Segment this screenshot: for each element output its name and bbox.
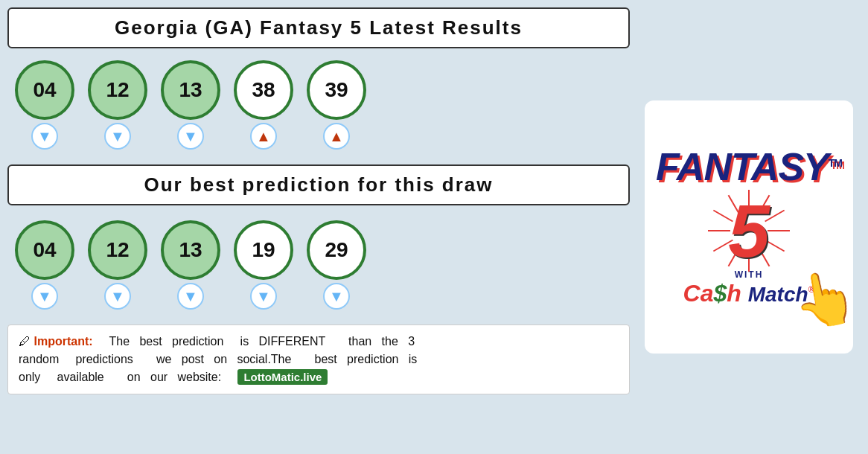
pred-ball-col-5: 29 ▼ xyxy=(307,220,366,310)
ball-39-result: 39 xyxy=(307,60,366,120)
logo-area: FANTASYTM xyxy=(645,100,853,354)
notice-text-3: only available on our website: xyxy=(19,371,234,383)
latest-results-section: 04 ▼ 12 ▼ 13 ▼ 38 ▲ xyxy=(7,54,630,156)
pred-ball-29: 29 xyxy=(307,220,366,280)
down-arrow-icon: ▼ xyxy=(110,128,125,145)
dollar-text: $ xyxy=(713,280,727,307)
ball-col-4: 38 ▲ xyxy=(234,60,293,150)
main-container: Georgia (GA) Fantasy 5 Latest Results 04… xyxy=(0,0,868,454)
down-arrow-icon: ▼ xyxy=(37,128,52,145)
ball-col-1: 04 ▼ xyxy=(15,60,74,150)
down-arrow-icon: ▼ xyxy=(110,288,125,305)
cursor-icon: 👆 xyxy=(788,263,853,335)
website-link[interactable]: LottoMatic.live xyxy=(237,369,328,385)
pred-arrow-12: ▼ xyxy=(104,283,131,310)
pred-arrow-19: ▼ xyxy=(250,283,277,310)
arrow-12-result: ▼ xyxy=(104,123,131,150)
ca-text: Ca xyxy=(683,280,714,307)
right-panel: FANTASYTM xyxy=(637,7,861,447)
results-title: Georgia (GA) Fantasy 5 Latest Results xyxy=(7,7,630,48)
latest-results-balls-row: 04 ▼ 12 ▼ 13 ▼ 38 ▲ xyxy=(15,60,366,150)
down-arrow-icon: ▼ xyxy=(256,288,271,305)
pred-ball-13: 13 xyxy=(161,220,220,280)
pred-ball-col-1: 04 ▼ xyxy=(15,220,74,310)
tm-text: TM xyxy=(829,156,842,168)
notice-icon: 🖊 xyxy=(19,335,33,348)
h-match-text: h xyxy=(727,280,741,307)
ball-13-result: 13 xyxy=(161,60,220,120)
ball-38-result: 38 xyxy=(234,60,293,120)
fantasy-text: FANTASY xyxy=(656,145,829,188)
down-arrow-icon: ▼ xyxy=(183,128,198,145)
pred-arrow-13: ▼ xyxy=(177,283,204,310)
pred-ball-col-2: 12 ▼ xyxy=(88,220,147,310)
ball-col-5: 39 ▲ xyxy=(307,60,366,150)
notice-text: The best prediction is DIFFERENT than th… xyxy=(96,335,415,348)
five-rays-container: 5 xyxy=(693,186,805,275)
ball-04-result: 04 xyxy=(15,60,74,120)
important-notice: 🖊 Important: The best prediction is DIFF… xyxy=(7,324,630,394)
fantasy-logo: FANTASYTM xyxy=(656,147,842,307)
left-panel: Georgia (GA) Fantasy 5 Latest Results 04… xyxy=(7,7,630,447)
ball-12-result: 12 xyxy=(88,60,147,120)
pred-arrow-29: ▼ xyxy=(323,283,350,310)
notice-text-2: random predictions we post on social.The… xyxy=(19,353,417,365)
arrow-39-result: ▲ xyxy=(323,123,350,150)
arrow-38-result: ▲ xyxy=(250,123,277,150)
prediction-balls-row: 04 ▼ 12 ▼ 13 ▼ 19 ▼ xyxy=(15,220,366,310)
pred-ball-col-3: 13 ▼ xyxy=(161,220,220,310)
pred-ball-04: 04 xyxy=(15,220,74,280)
prediction-balls-section: 04 ▼ 12 ▼ 13 ▼ 19 ▼ xyxy=(7,214,630,316)
prediction-label-box: Our best prediction for this draw xyxy=(7,164,630,205)
pred-ball-19: 19 xyxy=(234,220,293,280)
down-arrow-icon: ▼ xyxy=(183,288,198,305)
up-arrow-icon: ▲ xyxy=(329,128,344,145)
pred-ball-col-4: 19 ▼ xyxy=(234,220,293,310)
pred-ball-12: 12 xyxy=(88,220,147,280)
ball-col-2: 12 ▼ xyxy=(88,60,147,150)
down-arrow-icon: ▼ xyxy=(37,288,52,305)
arrow-13-result: ▼ xyxy=(177,123,204,150)
ball-col-3: 13 ▼ xyxy=(161,60,220,150)
down-arrow-icon: ▼ xyxy=(329,288,344,305)
arrow-04-result: ▼ xyxy=(31,123,58,150)
up-arrow-icon: ▲ xyxy=(256,128,271,145)
prediction-label-text: Our best prediction for this draw xyxy=(144,173,493,196)
pred-arrow-04: ▼ xyxy=(31,283,58,310)
five-digit: 5 xyxy=(728,194,770,268)
important-label: Important: xyxy=(33,335,92,348)
title-text: Georgia (GA) Fantasy 5 Latest Results xyxy=(115,16,523,39)
